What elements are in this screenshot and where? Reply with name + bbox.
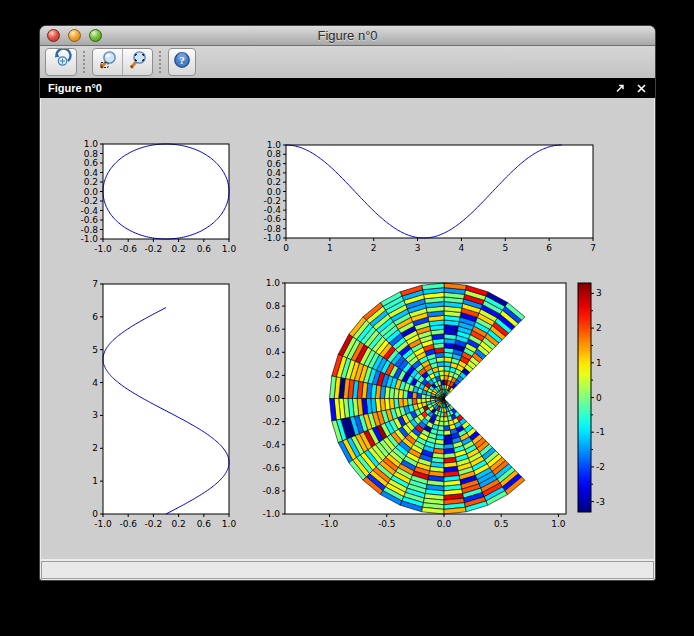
svg-text:7: 7: [590, 243, 596, 253]
figure-canvas[interactable]: -1.0-0.6-0.20.20.61.01.00.80.60.40.20.0-…: [41, 98, 654, 559]
svg-text:4: 4: [92, 378, 98, 388]
svg-text:-1.0: -1.0: [94, 519, 112, 529]
svg-text:-0.2: -0.2: [145, 519, 163, 529]
svg-text:-0.2: -0.2: [80, 196, 98, 206]
svg-text:3: 3: [415, 243, 421, 253]
svg-text:5: 5: [502, 243, 508, 253]
svg-text:-0.6: -0.6: [80, 215, 98, 225]
svg-text:0: 0: [92, 509, 98, 519]
help-button[interactable]: ?: [168, 48, 196, 76]
svg-text:2: 2: [92, 443, 98, 453]
plot-cosine: 012345671.00.80.60.40.20.0-0.2-0.4-0.6-0…: [263, 140, 595, 253]
svg-text:-0.2: -0.2: [145, 244, 163, 254]
help-icon: ?: [172, 50, 192, 74]
svg-text:0.6: 0.6: [197, 519, 212, 529]
svg-text:-1.0: -1.0: [94, 244, 112, 254]
svg-text:?: ?: [179, 54, 185, 66]
svg-text:1: 1: [596, 358, 602, 368]
toolbar-separator: [159, 51, 162, 73]
svg-text:-0.4: -0.4: [80, 206, 98, 216]
svg-text:7: 7: [92, 279, 98, 289]
svg-text:-3: -3: [596, 497, 605, 507]
reset-view-icon: [50, 49, 72, 75]
svg-text:0.6: 0.6: [84, 158, 99, 168]
svg-text:-0.6: -0.6: [119, 519, 137, 529]
figure-plot-area: -1.0-0.6-0.20.20.61.01.00.80.60.40.20.0-…: [41, 98, 654, 559]
svg-text:1: 1: [327, 243, 333, 253]
zoom-selection-icon: [127, 49, 149, 75]
svg-text:1.0: 1.0: [266, 278, 281, 288]
svg-text:-1.0: -1.0: [80, 234, 98, 244]
svg-text:1.0: 1.0: [222, 519, 237, 529]
svg-text:-1.0: -1.0: [262, 509, 280, 519]
svg-text:0.2: 0.2: [171, 244, 185, 254]
svg-text:1.0: 1.0: [84, 139, 99, 149]
svg-text:-0.2: -0.2: [262, 417, 280, 427]
svg-text:0.0: 0.0: [84, 187, 99, 197]
zoom-selection-button[interactable]: [122, 49, 152, 75]
reset-view-button[interactable]: [45, 48, 77, 76]
svg-text:-1.0: -1.0: [321, 519, 339, 529]
svg-text:-0.5: -0.5: [378, 519, 396, 529]
svg-text:0: 0: [596, 393, 602, 403]
svg-text:2: 2: [371, 243, 377, 253]
status-bar: [41, 561, 654, 579]
svg-text:5: 5: [92, 345, 98, 355]
svg-text:0.6: 0.6: [197, 244, 212, 254]
window-titlebar[interactable]: Figure n°0: [40, 26, 655, 46]
window-title: Figure n°0: [40, 28, 655, 43]
svg-text:1.0: 1.0: [551, 519, 566, 529]
detach-window-icon[interactable]: [614, 82, 626, 94]
svg-text:0.4: 0.4: [84, 168, 99, 178]
toolbar-separator: [83, 51, 86, 73]
svg-text:3: 3: [92, 410, 98, 420]
plot-polar-pcolormesh: -1.0-0.50.00.51.01.00.80.60.40.20.0-0.2-…: [262, 278, 605, 529]
zoom-area-icon: [97, 49, 119, 75]
svg-text:0.6: 0.6: [266, 324, 281, 334]
svg-text:-0.4: -0.4: [262, 440, 280, 450]
svg-text:-2: -2: [596, 462, 605, 472]
figure-window: Figure n°0: [40, 26, 655, 580]
svg-text:-0.6: -0.6: [262, 463, 280, 473]
svg-text:-0.8: -0.8: [262, 486, 280, 496]
svg-text:-0.6: -0.6: [119, 244, 137, 254]
close-icon[interactable]: [636, 83, 647, 94]
plot-circle: -1.0-0.6-0.20.20.61.01.00.80.60.40.20.0-…: [80, 139, 236, 254]
inner-window-title: Figure n°0: [48, 82, 102, 94]
plot-sine-vertical: -1.0-0.6-0.20.20.61.001234567: [92, 279, 236, 529]
svg-text:0.2: 0.2: [84, 177, 98, 187]
svg-text:6: 6: [92, 312, 98, 322]
toolbar: ?: [40, 46, 655, 78]
svg-text:-1.0: -1.0: [263, 233, 281, 243]
svg-text:3: 3: [596, 288, 602, 298]
svg-text:0.2: 0.2: [171, 519, 185, 529]
svg-text:1.0: 1.0: [222, 244, 237, 254]
svg-text:6: 6: [546, 243, 552, 253]
svg-text:-1: -1: [596, 427, 605, 437]
svg-text:1: 1: [92, 476, 98, 486]
zoom-button-group: [92, 48, 153, 76]
svg-text:2: 2: [596, 323, 602, 333]
svg-text:0.5: 0.5: [494, 519, 508, 529]
svg-text:0.0: 0.0: [266, 394, 281, 404]
svg-text:4: 4: [459, 243, 465, 253]
svg-text:0.0: 0.0: [437, 519, 452, 529]
svg-text:0.8: 0.8: [84, 149, 99, 159]
inner-window-titlebar[interactable]: Figure n°0: [40, 78, 655, 98]
svg-text:-0.8: -0.8: [80, 225, 98, 235]
zoom-area-button[interactable]: [93, 49, 122, 75]
svg-text:0.4: 0.4: [266, 347, 281, 357]
svg-text:0: 0: [283, 243, 289, 253]
svg-text:0.8: 0.8: [266, 301, 281, 311]
inner-window-controls: [614, 82, 647, 94]
svg-text:0.2: 0.2: [266, 370, 280, 380]
